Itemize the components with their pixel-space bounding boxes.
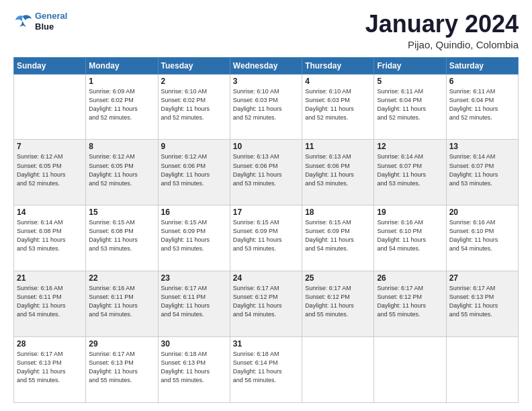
calendar-day-cell (374, 337, 446, 403)
day-info: Sunrise: 6:17 AM Sunset: 6:12 PM Dayligh… (233, 284, 299, 319)
calendar-week-row: 1Sunrise: 6:09 AM Sunset: 6:02 PM Daylig… (14, 74, 519, 140)
day-number: 13 (449, 142, 515, 151)
day-number: 30 (161, 339, 227, 349)
day-number: 20 (449, 208, 515, 217)
calendar-day-cell: 17Sunrise: 6:15 AM Sunset: 6:09 PM Dayli… (230, 205, 302, 271)
day-info: Sunrise: 6:16 AM Sunset: 6:10 PM Dayligh… (377, 218, 443, 253)
calendar-day-cell: 9Sunrise: 6:12 AM Sunset: 6:06 PM Daylig… (158, 140, 230, 205)
day-info: Sunrise: 6:18 AM Sunset: 6:14 PM Dayligh… (233, 350, 299, 385)
calendar-day-cell: 1Sunrise: 6:09 AM Sunset: 6:02 PM Daylig… (86, 74, 158, 140)
calendar-week-row: 28Sunrise: 6:17 AM Sunset: 6:13 PM Dayli… (14, 337, 519, 403)
day-info: Sunrise: 6:16 AM Sunset: 6:10 PM Dayligh… (449, 218, 515, 253)
calendar-day-cell: 25Sunrise: 6:17 AM Sunset: 6:12 PM Dayli… (302, 271, 374, 337)
day-number: 7 (17, 142, 83, 151)
calendar-day-cell: 22Sunrise: 6:16 AM Sunset: 6:11 PM Dayli… (86, 271, 158, 337)
day-number: 1 (89, 77, 154, 86)
calendar-day-cell: 8Sunrise: 6:12 AM Sunset: 6:05 PM Daylig… (86, 140, 158, 205)
calendar-day-cell (446, 337, 518, 403)
calendar-day-cell: 6Sunrise: 6:11 AM Sunset: 6:04 PM Daylig… (446, 74, 518, 140)
day-info: Sunrise: 6:10 AM Sunset: 6:03 PM Dayligh… (305, 87, 371, 122)
calendar-table: SundayMondayTuesdayWednesdayThursdayFrid… (13, 57, 519, 403)
day-number: 14 (17, 208, 83, 217)
calendar-day-cell: 30Sunrise: 6:18 AM Sunset: 6:13 PM Dayli… (158, 337, 230, 403)
calendar-day-cell: 14Sunrise: 6:14 AM Sunset: 6:08 PM Dayli… (14, 205, 86, 271)
day-info: Sunrise: 6:17 AM Sunset: 6:13 PM Dayligh… (449, 284, 515, 319)
day-number: 18 (305, 208, 371, 217)
day-info: Sunrise: 6:17 AM Sunset: 6:11 PM Dayligh… (161, 284, 227, 319)
page: General Blue January 2024 Pijao, Quindio… (0, 0, 532, 411)
day-number: 8 (89, 142, 154, 151)
calendar-week-row: 7Sunrise: 6:12 AM Sunset: 6:05 PM Daylig… (14, 140, 519, 205)
subtitle: Pijao, Quindio, Colombia (365, 39, 519, 50)
calendar-week-row: 14Sunrise: 6:14 AM Sunset: 6:08 PM Dayli… (14, 205, 519, 271)
day-number: 16 (161, 208, 227, 217)
day-number: 2 (161, 77, 227, 86)
weekday-header: Thursday (302, 57, 374, 74)
day-number: 21 (17, 273, 83, 283)
calendar-day-cell: 24Sunrise: 6:17 AM Sunset: 6:12 PM Dayli… (230, 271, 302, 337)
day-info: Sunrise: 6:12 AM Sunset: 6:05 PM Dayligh… (89, 152, 154, 187)
header: General Blue January 2024 Pijao, Quindio… (13, 11, 519, 50)
day-info: Sunrise: 6:13 AM Sunset: 6:06 PM Dayligh… (305, 152, 371, 187)
calendar-day-cell: 26Sunrise: 6:17 AM Sunset: 6:12 PM Dayli… (374, 271, 446, 337)
calendar-day-cell: 2Sunrise: 6:10 AM Sunset: 6:02 PM Daylig… (158, 74, 230, 140)
calendar-day-cell: 12Sunrise: 6:14 AM Sunset: 6:07 PM Dayli… (374, 140, 446, 205)
day-info: Sunrise: 6:15 AM Sunset: 6:08 PM Dayligh… (89, 218, 154, 253)
day-info: Sunrise: 6:11 AM Sunset: 6:04 PM Dayligh… (449, 87, 515, 122)
day-info: Sunrise: 6:09 AM Sunset: 6:02 PM Dayligh… (89, 87, 154, 122)
day-info: Sunrise: 6:15 AM Sunset: 6:09 PM Dayligh… (233, 218, 299, 253)
day-number: 31 (233, 339, 299, 349)
day-number: 22 (89, 273, 154, 283)
day-info: Sunrise: 6:12 AM Sunset: 6:05 PM Dayligh… (17, 152, 83, 187)
day-number: 12 (377, 142, 443, 151)
day-number: 27 (449, 273, 515, 283)
calendar-day-cell: 27Sunrise: 6:17 AM Sunset: 6:13 PM Dayli… (446, 271, 518, 337)
day-number: 25 (305, 273, 371, 283)
day-info: Sunrise: 6:13 AM Sunset: 6:06 PM Dayligh… (233, 152, 299, 187)
calendar-day-cell: 3Sunrise: 6:10 AM Sunset: 6:03 PM Daylig… (230, 74, 302, 140)
day-info: Sunrise: 6:17 AM Sunset: 6:12 PM Dayligh… (305, 284, 371, 319)
calendar-day-cell (14, 74, 86, 140)
day-info: Sunrise: 6:10 AM Sunset: 6:03 PM Dayligh… (233, 87, 299, 122)
logo-icon (13, 13, 32, 30)
logo-text: General Blue (35, 11, 67, 32)
day-info: Sunrise: 6:18 AM Sunset: 6:13 PM Dayligh… (161, 350, 227, 385)
day-number: 19 (377, 208, 443, 217)
calendar-day-cell: 28Sunrise: 6:17 AM Sunset: 6:13 PM Dayli… (14, 337, 86, 403)
title-block: January 2024 Pijao, Quindio, Colombia (365, 11, 519, 50)
day-info: Sunrise: 6:14 AM Sunset: 6:07 PM Dayligh… (449, 152, 515, 187)
day-number: 9 (161, 142, 227, 151)
calendar-day-cell (302, 337, 374, 403)
calendar-day-cell: 13Sunrise: 6:14 AM Sunset: 6:07 PM Dayli… (446, 140, 518, 205)
calendar-day-cell: 19Sunrise: 6:16 AM Sunset: 6:10 PM Dayli… (374, 205, 446, 271)
day-info: Sunrise: 6:17 AM Sunset: 6:12 PM Dayligh… (377, 284, 443, 319)
calendar-day-cell: 5Sunrise: 6:11 AM Sunset: 6:04 PM Daylig… (374, 74, 446, 140)
weekday-header: Monday (86, 57, 158, 74)
day-info: Sunrise: 6:15 AM Sunset: 6:09 PM Dayligh… (161, 218, 227, 253)
calendar-day-cell: 10Sunrise: 6:13 AM Sunset: 6:06 PM Dayli… (230, 140, 302, 205)
calendar-day-cell: 20Sunrise: 6:16 AM Sunset: 6:10 PM Dayli… (446, 205, 518, 271)
day-number: 4 (305, 77, 371, 86)
calendar-day-cell: 11Sunrise: 6:13 AM Sunset: 6:06 PM Dayli… (302, 140, 374, 205)
logo: General Blue (13, 11, 67, 32)
calendar-day-cell: 16Sunrise: 6:15 AM Sunset: 6:09 PM Dayli… (158, 205, 230, 271)
weekday-header: Saturday (446, 57, 518, 74)
calendar-day-cell: 21Sunrise: 6:16 AM Sunset: 6:11 PM Dayli… (14, 271, 86, 337)
day-info: Sunrise: 6:16 AM Sunset: 6:11 PM Dayligh… (89, 284, 154, 319)
calendar-day-cell: 18Sunrise: 6:15 AM Sunset: 6:09 PM Dayli… (302, 205, 374, 271)
day-number: 17 (233, 208, 299, 217)
calendar-day-cell: 29Sunrise: 6:17 AM Sunset: 6:13 PM Dayli… (86, 337, 158, 403)
day-info: Sunrise: 6:11 AM Sunset: 6:04 PM Dayligh… (377, 87, 443, 122)
day-info: Sunrise: 6:17 AM Sunset: 6:13 PM Dayligh… (89, 350, 154, 385)
calendar-day-cell: 31Sunrise: 6:18 AM Sunset: 6:14 PM Dayli… (230, 337, 302, 403)
calendar-week-row: 21Sunrise: 6:16 AM Sunset: 6:11 PM Dayli… (14, 271, 519, 337)
day-number: 10 (233, 142, 299, 151)
day-number: 24 (233, 273, 299, 283)
weekday-header: Friday (374, 57, 446, 74)
weekday-header: Tuesday (158, 57, 230, 74)
day-number: 15 (89, 208, 154, 217)
day-number: 29 (89, 339, 154, 349)
day-info: Sunrise: 6:14 AM Sunset: 6:07 PM Dayligh… (377, 152, 443, 187)
day-info: Sunrise: 6:12 AM Sunset: 6:06 PM Dayligh… (161, 152, 227, 187)
day-info: Sunrise: 6:15 AM Sunset: 6:09 PM Dayligh… (305, 218, 371, 253)
